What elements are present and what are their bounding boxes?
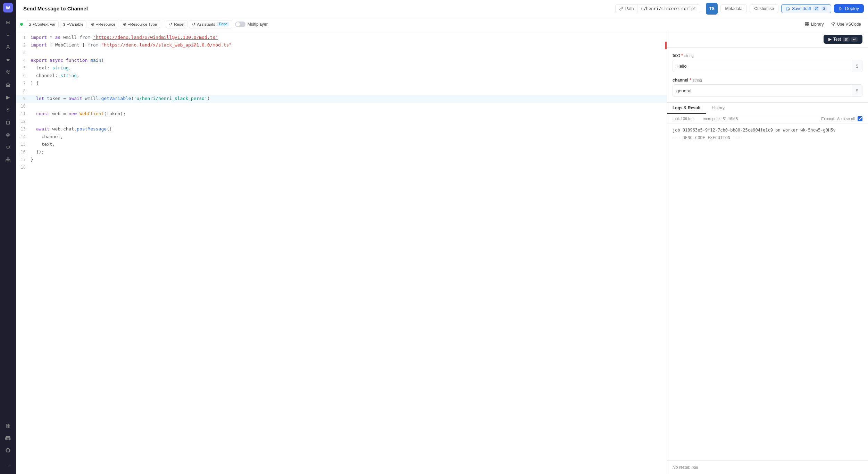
svg-rect-12 [806,25,807,26]
code-token: as [55,35,60,40]
line-content: channel: string, [31,72,667,80]
line-number: 7 [16,80,31,87]
vscode-button[interactable]: Use VSCode [828,20,864,28]
vscode-icon [831,22,835,26]
line-content: channel, [31,133,667,141]
multiplayer-toggle-switch[interactable] [235,22,245,27]
toolbar: $ +Context Var $ +Variable ⊕ +Resource ⊕… [16,17,868,31]
resource-type-button[interactable]: ⊕ +Resource Type [120,20,160,28]
code-token [63,58,66,63]
field-dollar-btn-channel[interactable]: $ [852,85,862,96]
deploy-label: Deploy [845,6,859,11]
line-content: export async function main( [31,57,667,65]
code-token: channel, [31,134,63,139]
code-line-4: 4export async function main( [16,57,667,65]
path-label: Path [625,6,634,11]
sidebar-item-activity[interactable]: ≡ [2,29,14,40]
line-number: 6 [16,72,31,80]
reset-button[interactable]: ↺ Reset [166,20,187,28]
reset-icon: ↺ [169,22,173,27]
ts-badge: TS [706,3,718,15]
sidebar-item-bot[interactable] [2,154,14,165]
content-area: 1import * as wmill from 'https://deno.la… [16,31,868,474]
sidebar-item-table[interactable]: ▦ [2,420,14,431]
sidebar-item-puzzle[interactable] [2,117,14,128]
topbar: Send Message to Channel Path u/henri/sin… [16,0,868,17]
code-editor[interactable]: 1import * as wmill from 'https://deno.la… [16,31,667,474]
metadata-button[interactable]: Metadata [720,4,747,13]
test-header: ▶ Test ⌘ ↵ [667,31,868,48]
assistants-badge: Deno [217,22,229,26]
script-title[interactable]: Send Message to Channel [20,4,612,13]
code-line-6: 6 channel: string, [16,72,667,80]
assistants-button[interactable]: ↺ Assistants Deno [189,20,232,28]
logs-meta: took 1391ms mem peak: 51.16MB Expand Aut… [667,114,868,124]
sidebar-item-discord[interactable] [2,432,14,443]
code-token: async [50,58,63,63]
log-job-line: job 018963e5-9f12-7cb0-bb80-25ce904fe1c9… [673,128,862,133]
line-content [31,164,667,171]
sidebar-item-eye[interactable]: ◎ [2,129,14,140]
field-input-text[interactable] [673,61,852,71]
line-content: text, [31,141,667,149]
sidebar-item-users[interactable] [2,67,14,78]
code-line-16: 16 }); [16,149,667,156]
sidebar-item-play[interactable]: ▶ [2,92,14,103]
variable-button[interactable]: $ +Variable [60,20,86,28]
test-button[interactable]: ▶ Test ⌘ ↵ [824,35,862,44]
code-token: text: [31,65,52,70]
field-input-wrap-channel: $ [673,84,862,97]
save-draft-button[interactable]: Save draft ⌘ S [781,4,831,13]
context-var-button[interactable]: $ +Context Var [26,20,59,28]
deploy-button[interactable]: Deploy [834,4,864,13]
dollar-icon: $ [29,22,31,26]
auto-scroll-checkbox[interactable] [858,116,862,121]
resource-type-icon: ⊕ [123,22,126,27]
sidebar-item-github[interactable] [2,445,14,456]
library-icon [805,22,809,26]
sidebar-item-home[interactable]: ⊞ [2,17,14,28]
line-number: 18 [16,164,31,171]
expand-label[interactable]: Expand [821,117,834,121]
save-icon [786,7,790,11]
logs-panel: Logs & ResultHistory took 1391ms mem pea… [667,102,868,474]
logs-tab-logs-&-result[interactable]: Logs & Result [667,103,706,114]
field-dollar-btn-text[interactable]: $ [852,60,862,72]
save-kbd1: ⌘ [813,6,819,11]
code-line-10: 10 [16,103,667,110]
log-deno-line: --- DENO CODE EXECUTION --- [673,135,862,140]
logs-tabs: Logs & ResultHistory [667,103,868,114]
sidebar-item-user[interactable] [2,42,14,53]
code-token: , [69,65,72,70]
code-token: { WebClient } [47,42,87,48]
line-content: } [31,156,667,164]
resource-icon: ⊕ [91,22,94,27]
toolbar-separator [163,21,163,28]
code-token: string [60,73,77,78]
path-value[interactable]: u/henri/sincere_script [637,5,700,13]
code-token: function [66,58,88,63]
library-button[interactable]: Library [802,20,827,28]
line-number: 15 [16,141,31,149]
sidebar-collapse-btn[interactable]: → [2,460,14,471]
logs-tab-history[interactable]: History [706,103,730,114]
path-button[interactable]: Path [616,5,638,13]
code-token: ({ [107,126,112,132]
sidebar-item-star[interactable]: ★ [2,54,14,65]
field-input-wrap-text: $ [673,60,862,72]
code-line-7: 7) { [16,80,667,87]
field-input-channel[interactable] [673,86,852,96]
resource-button[interactable]: ⊕ +Resource [88,20,118,28]
variable-label: +Variable [67,22,83,26]
customise-button[interactable]: Customise [750,4,778,13]
line-content: const web = new WebClient(token); [31,110,667,118]
code-line-14: 14 channel, [16,133,667,141]
sidebar-item-dollar[interactable]: $ [2,104,14,115]
sidebar-item-settings[interactable]: ⚙ [2,142,14,153]
code-token [31,111,36,116]
sidebar-item-house[interactable] [2,79,14,90]
logs-content: job 018963e5-9f12-7cb0-bb80-25ce904fe1c9… [667,124,868,460]
code-line-15: 15 text, [16,141,667,149]
svg-rect-11 [808,23,809,24]
status-dot [20,23,23,26]
